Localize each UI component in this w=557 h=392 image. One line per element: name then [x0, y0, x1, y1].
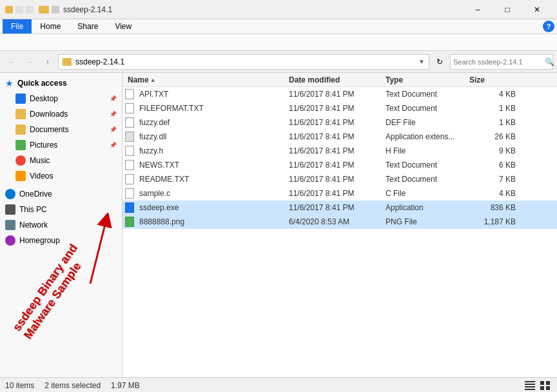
ribbon-tabs: File Home Share View ?	[0, 19, 557, 34]
onedrive-icon	[5, 189, 15, 199]
file-name-cell: fuzzy.h	[125, 146, 286, 156]
header-name[interactable]: Name ▲	[125, 75, 286, 84]
sidebar-item-desktop[interactable]: Desktop 📌	[0, 91, 122, 106]
file-date: 11/6/2017 8:41 PM	[286, 175, 383, 184]
sidebar-item-network[interactable]: Network	[0, 217, 122, 233]
ribbon: File Home Share View ?	[0, 19, 557, 51]
file-type-icon	[125, 217, 134, 227]
file-type: DEF File	[383, 118, 467, 127]
header-type-label: Type	[386, 75, 403, 84]
file-type: Application	[383, 203, 467, 212]
sidebar-music-label: Music	[30, 156, 50, 165]
file-type-icon	[125, 202, 134, 213]
forward-button[interactable]: →	[22, 54, 37, 70]
sidebar-desktop-label: Desktop	[30, 94, 58, 103]
sidebar: ★ Quick access Desktop 📌 Downloads 📌 Doc…	[0, 73, 122, 377]
tab-home[interactable]: Home	[32, 19, 69, 34]
pin-icon-documents: 📌	[110, 126, 117, 133]
file-size: 1,187 KB	[467, 217, 518, 226]
svg-rect-6	[540, 386, 544, 390]
table-row[interactable]: FILEFORMAT.TXT 11/6/2017 8:41 PM Text Do…	[122, 101, 557, 115]
file-name-cell: sample.c	[125, 188, 286, 199]
table-row[interactable]: ssdeep.exe 11/6/2017 8:41 PM Application…	[122, 201, 557, 215]
sidebar-item-downloads[interactable]: Downloads 📌	[0, 106, 122, 122]
file-name-cell: README.TXT	[125, 174, 286, 184]
tab-share[interactable]: Share	[69, 19, 106, 34]
maximize-button[interactable]: □	[493, 0, 522, 19]
file-type-icon	[125, 89, 134, 99]
file-date: 11/6/2017 8:41 PM	[286, 118, 383, 127]
sidebar-section-quickaccess[interactable]: ★ Quick access	[0, 75, 122, 91]
tab-view[interactable]: View	[106, 19, 140, 34]
search-box[interactable]: 🔍	[450, 54, 553, 70]
table-row[interactable]: API.TXT 11/6/2017 8:41 PM Text Document …	[122, 87, 557, 101]
large-icons-view-button[interactable]	[539, 380, 552, 391]
file-list-header: Name ▲ Date modified Type Size	[122, 73, 557, 87]
file-name: FILEFORMAT.TXT	[137, 104, 206, 113]
table-row[interactable]: sample.c 11/6/2017 8:41 PM C File 4 KB	[122, 186, 557, 201]
sidebar-item-videos[interactable]: Videos	[0, 168, 122, 184]
file-type-icon	[125, 174, 134, 184]
sidebar-item-onedrive[interactable]: OneDrive	[0, 186, 122, 202]
file-name-cell: ssdeep.exe	[125, 202, 286, 213]
file-name-cell: NEWS.TXT	[125, 160, 286, 170]
file-size: 4 KB	[467, 189, 518, 198]
header-size[interactable]: Size	[467, 75, 518, 84]
table-row[interactable]: fuzzy.dll 11/6/2017 8:41 PM Application …	[122, 130, 557, 144]
file-name-cell: 8888888.png	[125, 217, 286, 227]
file-name: README.TXT	[137, 175, 191, 184]
table-row[interactable]: 8888888.png 6/4/2020 8:53 AM PNG File 1,…	[122, 215, 557, 229]
header-date[interactable]: Date modified	[286, 75, 383, 84]
svg-rect-7	[546, 386, 550, 390]
sidebar-item-homegroup[interactable]: Homegroup	[0, 233, 122, 248]
minimize-button[interactable]: –	[463, 0, 493, 19]
file-name-cell: FILEFORMAT.TXT	[125, 103, 286, 113]
search-input[interactable]	[453, 58, 542, 66]
table-row[interactable]: NEWS.TXT 11/6/2017 8:41 PM Text Document…	[122, 158, 557, 172]
status-bar: 10 items 2 items selected 1.97 MB	[0, 377, 557, 392]
file-date: 11/6/2017 8:41 PM	[286, 189, 383, 198]
sidebar-homegroup-label: Homegroup	[19, 236, 60, 245]
refresh-button[interactable]: ↻	[432, 54, 447, 70]
table-row[interactable]: fuzzy.def 11/6/2017 8:41 PM DEF File 1 K…	[122, 115, 557, 130]
sidebar-item-documents[interactable]: Documents 📌	[0, 122, 122, 137]
window-title: ssdeep-2.14.1	[63, 5, 112, 14]
file-size: 9 KB	[467, 146, 518, 155]
title-bar-controls: – □ ✕	[463, 0, 552, 19]
star-icon: ★	[5, 78, 14, 88]
table-row[interactable]: fuzzy.h 11/6/2017 8:41 PM H File 9 KB	[122, 144, 557, 158]
homegroup-icon	[5, 235, 15, 246]
sidebar-item-pictures[interactable]: Pictures 📌	[0, 137, 122, 153]
tab-file[interactable]: File	[3, 19, 32, 34]
address-bar: ← → ↑ ssdeep-2.14.1 ▼ ↻ 🔍	[0, 51, 557, 73]
ribbon-bar	[0, 34, 557, 50]
details-view-button[interactable]	[523, 380, 536, 391]
sidebar-item-music[interactable]: Music	[0, 153, 122, 168]
file-name-cell: fuzzy.def	[125, 117, 286, 128]
svg-rect-5	[546, 381, 550, 385]
file-size: 4 KB	[467, 90, 518, 99]
file-size: 836 KB	[467, 203, 518, 212]
up-button[interactable]: ↑	[40, 54, 55, 70]
close-button[interactable]: ✕	[522, 0, 552, 19]
help-button[interactable]: ?	[543, 21, 554, 32]
title-bar-left: ssdeep-2.14.1	[5, 5, 112, 14]
sort-icon: ▲	[150, 77, 156, 83]
back-button[interactable]: ←	[4, 54, 19, 70]
file-date: 11/6/2017 8:41 PM	[286, 90, 383, 99]
sidebar-item-thispc[interactable]: This PC	[0, 202, 122, 217]
file-date: 11/6/2017 8:41 PM	[286, 161, 383, 170]
file-name-cell: API.TXT	[125, 89, 286, 99]
svg-rect-3	[525, 389, 535, 390]
documents-icon	[15, 124, 26, 135]
header-type[interactable]: Type	[383, 75, 467, 84]
view-controls	[523, 380, 552, 391]
address-text: ssdeep-2.14.1	[75, 57, 124, 66]
table-row[interactable]: README.TXT 11/6/2017 8:41 PM Text Docume…	[122, 172, 557, 186]
file-type-icon	[125, 160, 134, 170]
title-bar-icons	[5, 6, 59, 14]
address-path[interactable]: ssdeep-2.14.1 ▼	[58, 54, 429, 70]
file-name: fuzzy.dll	[137, 132, 169, 141]
file-date: 11/6/2017 8:41 PM	[286, 132, 383, 141]
sidebar-videos-label: Videos	[30, 172, 53, 181]
